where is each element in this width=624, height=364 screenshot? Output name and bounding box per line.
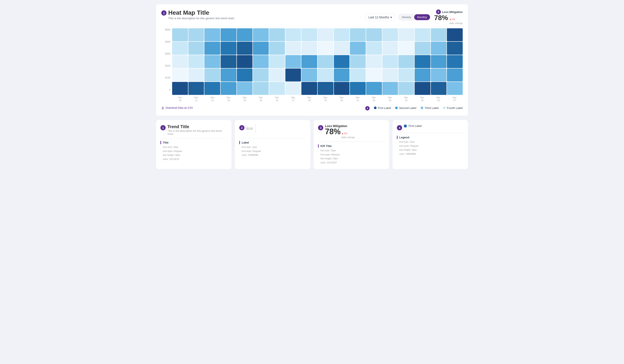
panel3-kpi-change-label: daily change	[341, 136, 355, 138]
heatmap-cell	[301, 55, 317, 68]
panel2-spec-title: Label	[239, 141, 306, 144]
x-axis-label: Dec 11	[188, 96, 205, 102]
heatmap-cell	[366, 55, 382, 68]
heatmap-cell	[204, 68, 220, 82]
y-axis-label: $500	[161, 28, 170, 31]
heatmap-controls: Last 12 Months ▾ Weekly Monthly 3 Loss M…	[366, 9, 463, 25]
legend-item-4: Fourth Label	[443, 106, 463, 110]
heatmap-footer: Download Data as CSV 4 First Label Secon…	[161, 105, 463, 111]
y-axis-label: $400	[161, 40, 170, 43]
heatmap-cell	[431, 68, 447, 82]
heatmap-cell	[237, 28, 253, 41]
date-range-selector[interactable]: Last 12 Months ▾	[366, 14, 395, 21]
heatmap-cell	[382, 82, 398, 95]
panel4-specs: Legend font-size: 12px font-style: Regul…	[397, 133, 464, 156]
monthly-button[interactable]: Monthly	[414, 14, 430, 20]
heatmap-cell	[382, 68, 398, 82]
heatmap-cell	[285, 28, 301, 41]
heatmap-cell	[415, 55, 430, 68]
download-label: Download Data as CSV	[166, 106, 193, 109]
heatmap-cell	[366, 82, 382, 95]
heatmap-cell	[334, 42, 350, 55]
heatmap-cell	[221, 42, 236, 55]
heatmap-cell	[269, 28, 285, 41]
y-axis-label: $300	[161, 52, 170, 55]
heatmap-cell	[350, 28, 366, 41]
heatmap-title-group: Heat Map Title This is the description f…	[168, 9, 235, 20]
heatmap-cell	[237, 68, 253, 82]
heatmap-cell	[415, 28, 430, 41]
heatmap-cell	[269, 82, 285, 95]
heatmap-cell	[285, 82, 301, 95]
panel4-legend-label: First Label	[409, 124, 422, 128]
heatmap-cell	[253, 82, 269, 95]
heatmap-cell	[398, 28, 414, 41]
x-axis-label: Dec 14	[237, 96, 253, 102]
panel2-value: $100	[246, 127, 253, 130]
heatmap-cell	[431, 28, 447, 41]
heatmap-title: Heat Map Title	[168, 9, 235, 16]
panel4-legend-item: First Label	[404, 124, 422, 128]
legend-dot-4	[443, 107, 446, 109]
panel-label: 2 $100 Label font-size: 12px font-style:…	[235, 120, 310, 169]
heatmap-cell	[237, 82, 253, 95]
heatmap-cell	[204, 28, 220, 41]
kpi-value-row: 78% ▲1% daily change	[434, 14, 463, 25]
heatmap-cell	[188, 68, 204, 82]
kpi-change-label: daily change	[449, 22, 463, 24]
heatmap-cell	[431, 55, 447, 68]
kpi-label: Loss Mitigation	[442, 10, 463, 14]
heatmap-cell	[318, 55, 334, 68]
download-csv-button[interactable]: Download Data as CSV	[161, 106, 193, 109]
heatmap-cell	[172, 68, 188, 82]
heatmap-cell	[350, 82, 366, 95]
panel3-specs: KPI Title font-size: 16px font-style: Me…	[318, 142, 385, 165]
x-axis-label: Dec 17	[285, 96, 301, 102]
heatmap-cell	[415, 68, 430, 82]
heatmap-cell	[269, 55, 285, 68]
heatmap-cell	[237, 42, 253, 55]
heatmap-cell	[253, 55, 269, 68]
panel3-kpi-change: ▲1%	[341, 132, 347, 135]
x-axis-label: Dec 16	[269, 96, 285, 102]
panel1-spec-title: Title	[160, 141, 227, 144]
panel-trend-title: 1 Trend Title This is the description fo…	[156, 120, 232, 169]
heatmap-cell	[447, 42, 463, 55]
heatmap-cell	[285, 68, 301, 82]
legend-row: 4 First Label Second Label Third Label F…	[365, 105, 463, 111]
bottom-grid: 1 Trend Title This is the description fo…	[156, 120, 468, 169]
heatmap-cell	[301, 68, 317, 82]
heatmap-cell	[204, 55, 220, 68]
panel2-specs: Label font-size: 12px font-style: Regula…	[239, 138, 306, 157]
x-axis-label: Dec 21	[350, 96, 366, 102]
x-axis-label: Dec 25	[414, 96, 430, 102]
heatmap-cell	[415, 42, 430, 55]
legend-dot-1	[374, 107, 377, 109]
panel-kpi: 3 Loss Mitigation 78% ▲1% daily change K…	[314, 120, 389, 169]
x-axis-label: Dec 18	[301, 96, 317, 102]
weekly-button[interactable]: Weekly	[399, 14, 414, 20]
heatmap-cell	[431, 42, 447, 55]
kpi-change: ▲1%	[449, 18, 455, 21]
heatmap-cell	[172, 82, 188, 95]
panel3-header: 3 Loss Mitigation 78% ▲1% daily change	[318, 124, 385, 139]
heatmap-cell	[269, 42, 285, 55]
heatmap-header: 1 Heat Map Title This is the description…	[161, 9, 463, 25]
heatmap-body: Dec 10Dec 11Dec 12Dec 13Dec 14Dec 15Dec …	[172, 28, 463, 102]
heatmap-cell	[221, 82, 236, 95]
legend-label-3: Third Label	[425, 106, 439, 110]
heatmap-cell	[382, 42, 398, 55]
panel1-badge: 1	[160, 125, 166, 130]
download-icon	[161, 106, 164, 109]
panel1-header: 1 Trend Title This is the description fo…	[160, 124, 227, 136]
heatmap-cell	[301, 42, 317, 55]
heatmap-cell	[447, 68, 463, 82]
heatmap-cell	[318, 68, 334, 82]
heatmap-cell	[253, 42, 269, 55]
panel3-kpi-value: 78%	[325, 128, 340, 136]
panel3-spec-title: KPI Title	[318, 144, 385, 148]
y-axis-label: 0	[161, 89, 170, 91]
heatmap-cell	[301, 82, 317, 95]
legend-label-1: First Label	[378, 106, 391, 110]
heatmap-cell	[334, 28, 350, 41]
